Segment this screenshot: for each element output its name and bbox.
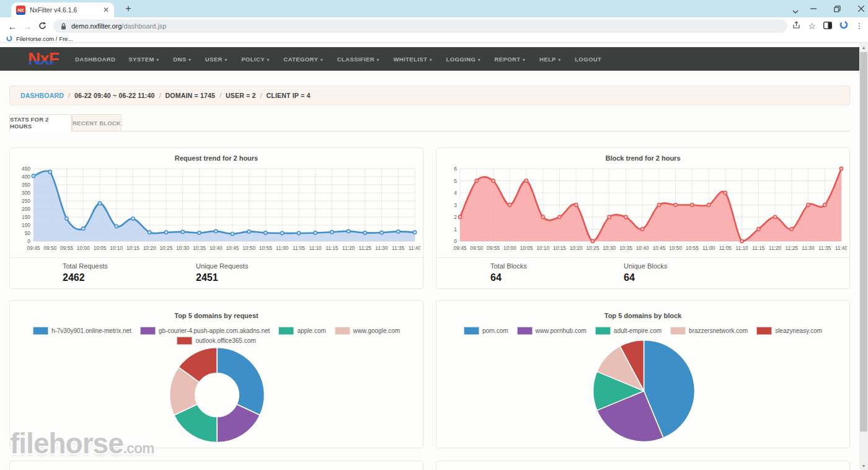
request-trend-title: Request trend for 2 hours	[10, 154, 423, 162]
legend-item-www.pornhub.com: www.pornhub.com	[517, 327, 587, 335]
new-tab-button[interactable]: +	[122, 2, 135, 16]
unique-requests-stat: Unique Requests 2451	[196, 262, 248, 283]
data-point	[525, 179, 528, 182]
tab-search-chevron-icon[interactable]	[792, 5, 799, 16]
block-trend-card: Block trend for 2 hours 012345609:4509:5…	[436, 148, 850, 289]
legend-swatch	[670, 327, 686, 335]
svg-text:11:05: 11:05	[293, 245, 306, 251]
forward-button[interactable]: →	[20, 21, 35, 32]
nav-item-policy[interactable]: POLICY▼	[241, 56, 270, 63]
legend-item-adult-empire.com: adult-empire.com	[595, 327, 662, 335]
svg-text:09:45: 09:45	[454, 245, 467, 251]
url-host: demo.nxfilter.org	[71, 22, 122, 30]
data-point	[707, 203, 710, 206]
svg-text:1: 1	[454, 226, 457, 233]
nav-item-report[interactable]: REPORT▼	[495, 56, 526, 63]
data-point	[231, 232, 234, 235]
svg-text:2: 2	[454, 214, 457, 220]
svg-text:300: 300	[22, 190, 30, 196]
svg-text:10:45: 10:45	[652, 245, 665, 251]
data-point	[82, 227, 85, 230]
nav-item-user[interactable]: USER▼	[205, 56, 228, 63]
svg-text:11:40: 11:40	[409, 245, 420, 251]
svg-text:11:35: 11:35	[818, 245, 831, 251]
block-pie-chart[interactable]	[592, 339, 696, 443]
data-point	[131, 217, 135, 220]
scrollbar-thumb[interactable]	[860, 52, 867, 432]
tab-stats-for-2-hours[interactable]: STATS FOR 2 HOURS	[9, 114, 72, 131]
svg-text:10:20: 10:20	[143, 245, 156, 251]
data-point	[839, 167, 843, 170]
data-point	[624, 215, 627, 218]
nav-item-dns[interactable]: DNS▼	[173, 56, 192, 63]
app-nav-menu: DASHBOARDSYSTEM▼DNS▼USER▼POLICY▼CATEGORY…	[75, 56, 601, 63]
bookmark-star-icon[interactable]: ☆	[808, 21, 816, 31]
window-minimize-button[interactable]	[810, 6, 817, 12]
svg-text:11:00: 11:00	[702, 245, 715, 251]
scrollbar-up-arrow[interactable]: ▲	[859, 43, 868, 51]
browser-tab[interactable]: NX NxFilter v4.6.1.6 ✕	[11, 2, 114, 17]
page-scrollbar[interactable]: ▲ ▼	[859, 43, 868, 470]
back-button[interactable]: ←	[5, 21, 20, 32]
url-text: demo.nxfilter.org/dashboard.jsp	[71, 22, 167, 30]
legend-label: brazzersnetwork.com	[689, 327, 748, 334]
data-point	[330, 230, 334, 233]
breadcrumb-dashboard-link[interactable]: DASHBOARD	[20, 92, 64, 99]
side-panel-icon[interactable]	[823, 20, 832, 32]
share-icon[interactable]	[792, 20, 800, 32]
request-trend-line-chart[interactable]: 05010015020025030035040045009:4509:5009:…	[12, 164, 420, 254]
svg-text:10:05: 10:05	[520, 245, 533, 251]
svg-text:10:00: 10:00	[503, 245, 516, 251]
data-point	[591, 239, 594, 242]
svg-text:450: 450	[22, 166, 30, 172]
data-point	[397, 230, 400, 233]
caret-down-icon: ▼	[156, 58, 160, 62]
nav-item-logging[interactable]: LOGGING▼	[446, 56, 482, 63]
breadcrumb-separator: /	[68, 92, 70, 99]
tab-recent-block[interactable]: RECENT BLOCK	[72, 114, 122, 131]
scrollbar-down-arrow[interactable]: ▼	[859, 461, 868, 470]
caret-down-icon: ▼	[428, 58, 433, 62]
tabs-underline	[9, 131, 850, 131]
reload-button[interactable]	[35, 21, 50, 32]
address-bar[interactable]: demo.nxfilter.org/dashboard.jsp	[53, 19, 787, 33]
nav-item-system[interactable]: SYSTEM▼	[128, 56, 160, 63]
nav-item-logout[interactable]: LOGOUT	[575, 56, 601, 63]
nav-item-whitelist[interactable]: WHITELIST▼	[393, 56, 433, 63]
legend-label: porn.com	[482, 327, 508, 334]
legend-item-sleazyneasy.com: sleazyneasy.com	[756, 327, 822, 335]
block-trend-title: Block trend for 2 hours	[436, 154, 849, 162]
data-point	[790, 228, 793, 231]
legend-swatch	[335, 327, 350, 335]
nav-item-dashboard[interactable]: DASHBOARD	[75, 56, 115, 63]
window-close-button[interactable]	[858, 6, 864, 12]
url-path: /dashboard.jsp	[122, 22, 166, 30]
data-point	[148, 231, 151, 234]
nav-item-classifier[interactable]: CLASSIFIER▼	[337, 56, 381, 63]
request-trend-card: Request trend for 2 hours 05010015020025…	[9, 148, 423, 289]
nav-item-category[interactable]: CATEGORY▼	[283, 56, 324, 63]
svg-text:100: 100	[22, 222, 30, 228]
request-donut-chart[interactable]	[169, 347, 265, 443]
browser-menu-icon[interactable]: ⋮	[856, 22, 863, 30]
window-restore-button[interactable]	[834, 6, 841, 12]
bookmark-item[interactable]: FileHorse.com / Fre...	[16, 35, 73, 42]
pie-slice-h-7v30y901.online-metrix.net[interactable]	[217, 348, 265, 415]
svg-text:10:35: 10:35	[193, 245, 206, 251]
tab-close-icon[interactable]: ✕	[103, 6, 109, 14]
data-point	[657, 203, 660, 206]
data-point	[48, 171, 51, 174]
filehorse-extension-icon[interactable]	[839, 20, 848, 32]
block-trend-line-chart[interactable]: 012345609:4509:5009:5510:0010:0510:1010:…	[439, 164, 847, 254]
top-domains-request-title: Top 5 domains by request	[10, 312, 423, 319]
data-point	[558, 215, 561, 218]
legend-label: h-7v30y901.online-metrix.net	[51, 327, 131, 334]
svg-text:09:55: 09:55	[487, 245, 500, 251]
svg-text:11:15: 11:15	[752, 245, 765, 251]
nxfilter-logo[interactable]: NxF NxF	[28, 47, 66, 71]
svg-text:11:05: 11:05	[719, 245, 732, 251]
svg-text:3: 3	[454, 202, 457, 208]
nav-item-help[interactable]: HELP▼	[539, 56, 562, 63]
svg-text:10:50: 10:50	[242, 245, 255, 251]
caret-down-icon: ▼	[557, 58, 562, 62]
